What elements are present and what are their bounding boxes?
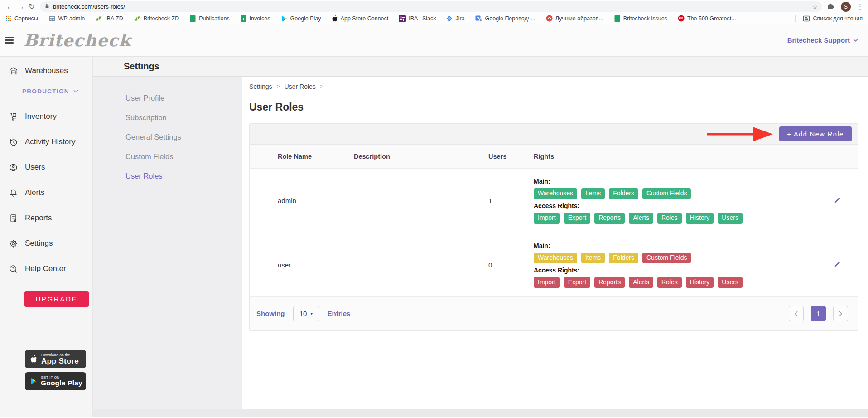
zendesk-icon [95, 15, 102, 22]
gplay-icon [281, 15, 288, 22]
svg-text:?: ? [12, 266, 14, 271]
pencil-icon [834, 196, 841, 204]
bookmark-item[interactable]: App Store Connect [332, 15, 389, 22]
rights-badge: Alerts [629, 277, 653, 288]
bookmark-item[interactable]: IBA | Slack [399, 15, 436, 22]
bookmark-label: Jira [455, 15, 464, 22]
help-icon: ? [9, 264, 18, 274]
divider [795, 15, 796, 22]
add-new-role-button[interactable]: + Add New Role [779, 126, 852, 141]
settings-nav-item-general-settings[interactable]: General Settings [93, 127, 242, 147]
rights-badge: Export [564, 213, 590, 224]
page-size-select[interactable]: 10 ▾ [293, 306, 319, 321]
sidebar-item-help-center[interactable]: ? Help Center [0, 259, 92, 279]
bookmark-item[interactable]: Invoices [240, 15, 270, 22]
bookmark-item[interactable]: Publications [189, 15, 229, 22]
edit-role-button[interactable] [816, 194, 858, 207]
account-dropdown[interactable]: Britecheck Support [787, 36, 858, 44]
rights-cell: Main: WarehousesItemsFoldersCustom Field… [534, 236, 808, 294]
reading-list-button[interactable]: Список для чтения [803, 15, 863, 22]
main-badges: WarehousesItemsFoldersCustom Fields [534, 188, 808, 199]
breadcrumb-user-roles[interactable]: User Roles [285, 83, 316, 90]
bookmark-label: Publications [199, 15, 229, 22]
col-users: Users [488, 153, 534, 160]
rights-badge: Users [718, 213, 743, 224]
bookmark-item[interactable]: IBA ZD [95, 15, 123, 22]
upgrade-button[interactable]: UPGRADE [24, 291, 89, 307]
rs-icon: RS [678, 15, 685, 22]
settings-nav-item-custom-fields[interactable]: Custom Fields [93, 147, 242, 166]
sidebar-item-production[interactable]: PRODUCTION [0, 81, 92, 101]
sidebar-item-reports[interactable]: Reports [0, 208, 92, 228]
rights-badge: Warehouses [534, 253, 577, 263]
chevron-down-icon [73, 90, 78, 93]
bookmark-item[interactable]: RSThe 500 Greatest... [678, 15, 736, 22]
settings-nav-item-subscription[interactable]: Subscription [93, 108, 242, 127]
main-content: Settings > User Roles > User Roles + Add… [242, 77, 868, 409]
bookmark-item[interactable]: Britecheck issues [614, 15, 667, 22]
bookmark-item[interactable]: Google Play [281, 15, 321, 22]
svg-text:G: G [477, 16, 479, 20]
bookmark-item[interactable]: Лучшие образов... [546, 15, 603, 22]
role-users-count: 1 [488, 197, 534, 204]
app-store-badge[interactable]: Download on the App Store [25, 350, 86, 368]
url-text: britecheck.com/users-roles/ [53, 3, 125, 10]
sidebar-item-activity-history[interactable]: Activity History [0, 132, 92, 152]
sidebar-item-alerts[interactable]: Alerts [0, 183, 92, 203]
edu-icon [546, 15, 553, 22]
sidebar-item-inventory[interactable]: Inventory [0, 107, 92, 126]
hamburger-menu-icon[interactable] [5, 37, 14, 43]
sidebar-item-settings[interactable]: Settings [0, 233, 92, 253]
bookmark-label: The 500 Greatest... [687, 15, 736, 22]
wp-icon [48, 15, 56, 22]
bookmark-label: Сервисы [14, 15, 38, 22]
bookmark-label: Google Переводч... [485, 15, 535, 22]
settings-nav-item-user-profile[interactable]: User Profile [93, 88, 242, 108]
app-logo: Britecheck [24, 30, 131, 50]
bookmark-item[interactable]: WP-admin [48, 15, 85, 22]
address-bar[interactable]: britecheck.com/users-roles/ ☆ [40, 1, 822, 12]
bookmark-label: Britecheck ZD [144, 15, 179, 22]
bookmark-item[interactable]: Jira [446, 15, 464, 22]
main-badges: WarehousesItemsFoldersCustom Fields [534, 253, 808, 263]
settings-nav-item-user-roles[interactable]: User Roles [93, 166, 242, 186]
col-rights: Rights [534, 153, 808, 160]
sidebar-item-label: Users [25, 163, 45, 172]
sidebar-item-users[interactable]: Users [0, 157, 92, 177]
browser-menu-icon[interactable]: ⋮ [857, 3, 863, 11]
bottom-strip [93, 409, 868, 417]
edit-role-button[interactable] [816, 258, 858, 271]
sheets-icon [189, 15, 196, 22]
extensions-puzzle-icon[interactable] [827, 2, 835, 12]
refresh-icon[interactable]: ↻ [26, 3, 37, 10]
profile-avatar[interactable]: S [841, 2, 851, 12]
user-icon [9, 163, 18, 172]
bookmark-label: IBA | Slack [409, 15, 436, 22]
page-1-button[interactable]: 1 [811, 306, 826, 321]
sheets-icon [614, 15, 621, 22]
bookmark-label: Лучшие образов... [555, 15, 603, 22]
entries-label: Entries [328, 310, 351, 317]
pagination: 1 [789, 306, 848, 321]
back-icon[interactable]: ← [5, 3, 15, 10]
sidebar-item-label: Alerts [25, 188, 44, 197]
prev-page-button[interactable] [789, 306, 804, 321]
table-header: Role Name Description Users Rights [250, 145, 858, 169]
bookmark-item[interactable]: Сервисы [5, 15, 38, 22]
forward-icon[interactable]: → [15, 3, 26, 10]
reading-list-label: Список для чтения [813, 15, 863, 22]
bookmark-item[interactable]: Britecheck ZD [134, 15, 179, 22]
chevron-left-icon [794, 311, 798, 316]
sidebar-item-warehouses[interactable]: Warehouses [0, 61, 92, 81]
report-document-icon [9, 214, 18, 223]
rights-badge: Roles [657, 213, 682, 224]
table-row-admin: admin 1 Main: WarehousesItemsFoldersCust… [250, 169, 858, 233]
next-page-button[interactable] [833, 306, 848, 321]
bookmark-star-icon[interactable]: ☆ [812, 3, 818, 10]
google-play-badge[interactable]: GET IT ON Google Play [25, 372, 86, 390]
settings-nav: User ProfileSubscriptionGeneral Settings… [93, 77, 242, 409]
access-badges: ImportExportReportsAlertsRolesHistoryUse… [534, 213, 808, 224]
reading-list-icon [803, 15, 810, 22]
breadcrumb-settings[interactable]: Settings [249, 83, 272, 90]
bookmark-item[interactable]: GaGoogle Переводч... [475, 15, 535, 22]
